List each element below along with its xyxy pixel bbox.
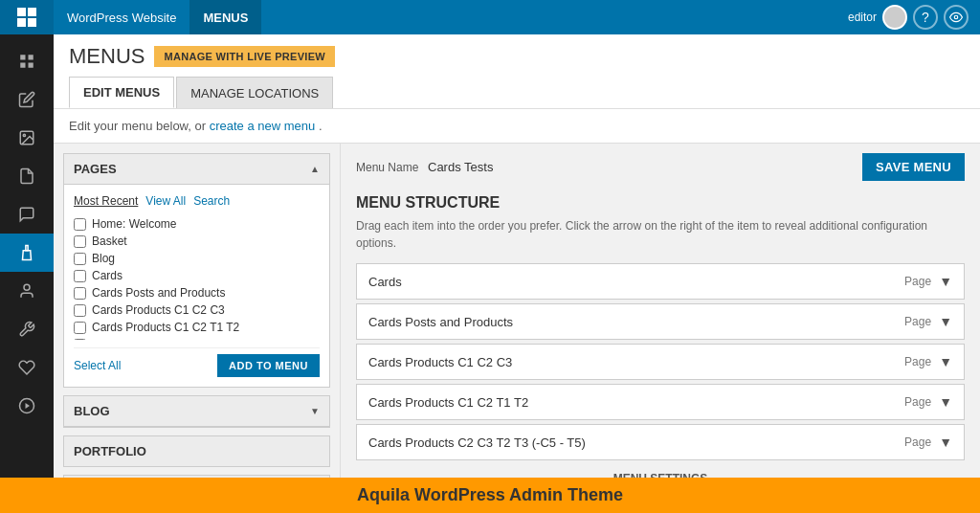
menu-name-value: Cards Tests [428,160,493,174]
site-logo[interactable] [0,0,54,34]
menu-item-type-4: Page [904,435,931,449]
pages-item-3[interactable]: Cards [74,267,320,284]
menu-item-type-2: Page [904,355,931,368]
manage-preview-button[interactable]: MANAGE WITH LIVE PREVIEW [154,46,335,67]
sidebar-item-media[interactable] [0,119,54,157]
top-nav-site[interactable]: WordPress Website [54,0,189,34]
sidebar-item-users[interactable] [0,272,54,310]
pages-checkbox-1[interactable] [74,235,86,248]
pages-checkbox-7[interactable] [74,339,86,341]
tab-edit-menus[interactable]: EDIT MENUS [69,77,174,108]
accordion-portfolio-title: PORTFOLIO [74,444,146,458]
menu-item-2[interactable]: Cards Products C1 C2 C3 Page ▼ [356,344,965,380]
menu-item-label-1: Cards Posts and Products [368,315,513,329]
comments-icon [18,206,35,223]
svg-rect-6 [29,55,33,59]
help-icon[interactable]: ? [913,5,938,30]
pages-tab-viewall[interactable]: View All [145,194,186,208]
sidebar [0,34,54,478]
username-label: editor [848,11,877,24]
avatar[interactable] [882,5,907,30]
pages-item-0[interactable]: Home: Welcome [74,215,320,233]
menu-item-expand-1[interactable]: ▼ [939,314,952,329]
pages-tab-mostrecent[interactable]: Most Recent [74,194,138,208]
select-all-link[interactable]: Select All [74,359,121,372]
menu-item-4[interactable]: Cards Products C2 C3 T2 T3 (-C5 - T5) Pa… [356,424,965,460]
menu-item-expand-2[interactable]: ▼ [939,354,952,369]
accordion-pages-header[interactable]: PAGES ▲ [64,154,329,185]
sidebar-item-pages[interactable] [0,157,54,195]
menu-item-expand-0[interactable]: ▼ [939,274,952,289]
svg-rect-2 [17,18,26,27]
pages-tab-search[interactable]: Search [193,194,230,208]
accordion-pages: PAGES ▲ Most Recent View All Search H [63,153,330,388]
pages-item-7[interactable]: Cards Products C2 C3 T2 T3 (-C5 [74,336,320,340]
plugin-icon [18,244,35,261]
page-header: MENUS MANAGE WITH LIVE PREVIEW EDIT MENU… [54,34,980,109]
sidebar-item-dashboard[interactable] [0,42,54,80]
page-title-row: MENUS MANAGE WITH LIVE PREVIEW [69,46,965,67]
sidebar-item-play[interactable] [0,387,54,425]
menu-item-1[interactable]: Cards Posts and Products Page ▼ [356,303,965,340]
pages-checkbox-0[interactable] [74,218,86,231]
pages-label-4: Cards Posts and Products [92,286,225,300]
top-nav-menus[interactable]: MENUS [189,0,261,34]
select-all-row: Select All ADD TO MENU [74,347,320,377]
menu-item-3[interactable]: Cards Products C1 C2 T1 T2 Page ▼ [356,384,965,420]
heart-icon [18,359,35,376]
menu-item-expand-3[interactable]: ▼ [939,394,952,410]
right-panel: Menu Name Cards Tests SAVE MENU MENU STR… [341,144,980,478]
accordion-blog-header[interactable]: BLOG ▼ [64,396,329,427]
accordion-pages-chevron: ▲ [310,164,320,174]
pages-item-5[interactable]: Cards Products C1 C2 C3 [74,301,320,319]
pages-icon [18,167,35,185]
pages-item-4[interactable]: Cards Posts and Products [74,284,320,301]
add-to-menu-button[interactable]: ADD TO MENU [217,354,320,377]
menu-item-label-0: Cards [368,275,402,289]
accordion-pages-body: Most Recent View All Search Home: Welcom… [64,185,329,387]
sidebar-item-favorites[interactable] [0,348,54,387]
create-menu-link[interactable]: create a new menu [210,119,316,133]
menu-item-right-1: Page ▼ [904,314,952,329]
menu-item-0[interactable]: Cards Page ▼ [356,263,965,300]
preview-icon[interactable] [944,5,969,30]
menu-item-type-0: Page [904,275,931,288]
pages-label-1: Basket [92,234,127,248]
eye-icon [949,11,963,24]
watermark-text: Aquila WordPress Admin Theme [357,485,623,504]
left-panel: PAGES ▲ Most Recent View All Search H [54,144,341,478]
menu-item-type-3: Page [904,395,931,409]
menu-item-expand-4[interactable]: ▼ [939,435,952,450]
sidebar-item-tools[interactable] [0,310,54,348]
menu-structure-desc: Drag each item into the order you prefer… [356,217,965,252]
pages-item-2[interactable]: Blog [74,250,320,267]
pages-item-1[interactable]: Basket [74,233,320,250]
sidebar-item-comments[interactable] [0,195,54,234]
menu-structure-title: MENU STRUCTURE [356,194,965,212]
sidebar-item-plugins[interactable] [0,234,54,272]
pages-tab-links: Most Recent View All Search [74,194,320,208]
menu-item-label-2: Cards Products C1 C2 C3 [368,355,512,369]
tab-manage-locations[interactable]: MANAGE LOCATIONS [176,77,333,108]
info-text-after: . [319,119,323,133]
svg-rect-5 [20,55,25,59]
pages-label-6: Cards Products C1 C2 T1 T2 [92,321,239,334]
accordion-pages-title: PAGES [74,162,117,176]
pages-label-3: Cards [92,269,122,282]
accordion-portfolio-header[interactable]: PORTFOLIO [64,436,329,466]
menu-item-label-4: Cards Products C2 C3 T2 T3 (-C5 - T5) [368,435,586,450]
menu-item-right-2: Page ▼ [904,354,952,369]
svg-rect-1 [28,8,36,16]
svg-rect-3 [28,18,36,27]
pages-checkbox-4[interactable] [74,287,86,300]
watermark-bar: Aquila WordPress Admin Theme [0,478,980,513]
pages-item-6[interactable]: Cards Products C1 C2 T1 T2 [74,319,320,336]
windows-logo-icon [17,8,36,27]
pages-checkbox-6[interactable] [74,322,86,334]
pages-checkbox-2[interactable] [74,253,86,265]
save-menu-button[interactable]: SAVE MENU [862,153,965,181]
sidebar-item-edit[interactable] [0,80,54,119]
tools-icon [18,321,35,338]
pages-checkbox-5[interactable] [74,304,86,317]
pages-checkbox-3[interactable] [74,270,86,282]
